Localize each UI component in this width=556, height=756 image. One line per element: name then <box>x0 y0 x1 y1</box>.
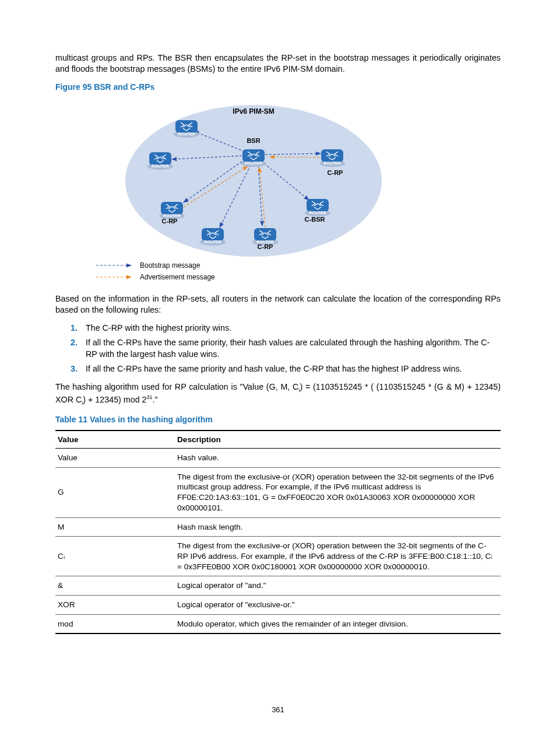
col-header-value: Value <box>55 430 175 449</box>
label-bsr: BSR <box>247 137 260 144</box>
list-number: 3. <box>71 363 86 374</box>
hashing-algorithm-table: Value Description ValueHash value. GThe … <box>55 430 501 634</box>
list-text: If all the C-RPs have the same priority … <box>86 363 501 374</box>
figure-caption: Figure 95 BSR and C-RPs <box>55 82 501 92</box>
table-row: modModulo operator, which gives the rema… <box>55 614 501 634</box>
router-icon <box>241 149 266 167</box>
label-crp-bl: C-RP <box>162 218 178 225</box>
list-item: 2.If all the C-RPs have the same priorit… <box>71 337 501 360</box>
page-number: 361 <box>0 705 556 714</box>
router-icon <box>200 228 226 246</box>
legend-bootstrap: Bootstrap message <box>140 261 200 270</box>
label-cbsr: C-BSR <box>305 216 325 223</box>
router-icon <box>147 152 173 170</box>
diagram-title: IPv6 PIM-SM <box>233 107 274 116</box>
col-header-desc: Description <box>175 430 501 449</box>
table-row: &Logical operator of "and." <box>55 576 501 596</box>
list-item: 1.The C-RP with the highest priority win… <box>71 323 501 334</box>
hash-algorithm-paragraph: The hashing algorithm used for RP calcul… <box>55 382 501 407</box>
list-number: 2. <box>71 337 86 360</box>
list-item: 3.If all the C-RPs have the same priorit… <box>71 363 501 374</box>
table-row: ValueHash value. <box>55 449 501 468</box>
router-icon <box>159 202 185 219</box>
rules-list: 1.The C-RP with the highest priority win… <box>55 323 501 374</box>
rules-intro: Based on the information in the RP-sets,… <box>55 293 501 316</box>
list-text: If all the C-RPs have the same priority,… <box>86 337 501 360</box>
legend-advertisement: Advertisement message <box>140 273 215 281</box>
router-icon <box>319 149 345 167</box>
bsr-crp-diagram: ROUTER IPv6 PIM-SM <box>90 96 501 285</box>
table-row: CᵢThe digest from the exclusive-or (XOR)… <box>55 537 501 576</box>
router-icon <box>305 199 330 216</box>
table-row: MHash mask length. <box>55 517 501 537</box>
svg-point-3 <box>125 105 382 257</box>
label-crp-tr: C-RP <box>328 169 343 176</box>
table-row: XORLogical operator of "exclusive-or." <box>55 595 501 614</box>
intro-paragraph: multicast groups and RPs. The BSR then e… <box>55 52 501 75</box>
label-crp-b: C-RP <box>258 243 273 250</box>
table-row: GThe digest from the exclusive-or (XOR) … <box>55 467 501 517</box>
list-number: 1. <box>71 323 86 334</box>
list-text: The C-RP with the highest priority wins. <box>86 323 501 334</box>
table-caption: Table 11 Values in the hashing algorithm <box>55 415 501 424</box>
router-icon <box>174 120 199 138</box>
